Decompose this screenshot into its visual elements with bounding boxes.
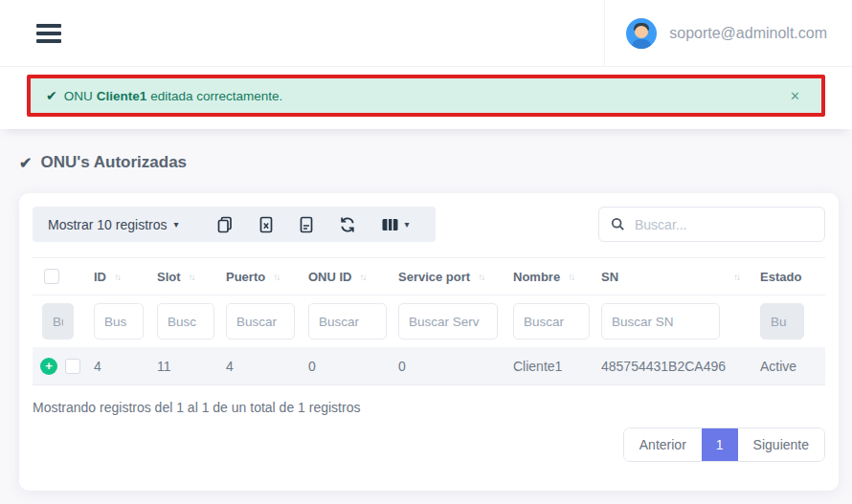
records-info: Mostrando registros del 1 al 1 de un tot… [33,400,825,415]
filter-service-port[interactable] [398,303,498,340]
header-nombre[interactable]: Nombre ↑↓ [513,270,601,284]
filter-slot[interactable] [157,303,214,340]
header-select [33,269,94,284]
alert-message-prefix: ONU [64,89,93,103]
pagination-next-button[interactable]: Siguiente [738,428,824,461]
table-toolbar: Mostrar 10 registros ▾ [33,207,825,242]
header-sn[interactable]: SN ↑↓ [601,270,760,284]
header-onu-id[interactable]: ONU ID ↑↓ [308,270,398,284]
table-footer: Mostrando registros del 1 al 1 de un tot… [33,400,825,462]
search-icon [611,216,625,232]
user-menu[interactable]: soporte@adminolt.com [604,0,827,67]
sort-icon: ↑↓ [478,272,483,282]
cell-nombre: Cliente1 [513,359,601,374]
filter-estado [760,303,804,340]
filter-nombre[interactable] [513,303,590,340]
pagination-page-1-button[interactable]: 1 [702,428,738,461]
search-input[interactable] [635,217,813,232]
alert-message: ONU Cliente1 editada correctamente. [64,89,283,103]
header-estado[interactable]: Estado [760,270,825,284]
sort-icon: ↑↓ [568,272,573,282]
sort-icon: ↑↓ [273,272,279,282]
cell-slot: 11 [157,359,226,374]
column-visibility-button[interactable]: ▾ [369,217,422,232]
row-checkbox[interactable] [65,359,80,374]
sort-icon: ↑↓ [189,272,194,282]
pagination-prev-button[interactable]: Anterior [624,428,702,461]
excel-export-icon [258,216,274,233]
cell-puerto: 4 [226,359,308,374]
header-id[interactable]: ID ↑↓ [94,270,157,284]
filter-sn[interactable] [601,303,720,340]
filter-puerto[interactable] [226,303,295,340]
menu-toggle-icon[interactable] [36,24,61,43]
refresh-button[interactable] [326,216,369,233]
sort-icon: ↑↓ [733,272,739,282]
alert-message-suffix: editada correctamente. [150,89,282,103]
expand-row-icon[interactable]: + [40,358,57,375]
table-filter-row [33,296,825,347]
cell-sn: 485754431B2CA496 [601,359,760,374]
onu-table-card: Mostrar 10 registros ▾ [19,193,839,491]
alert-message-client: Cliente1 [97,89,147,103]
check-icon: ✔ [46,88,57,103]
onu-table: ID ↑↓ Slot ↑↓ Puerto ↑↓ ONU ID ↑↓ Servic… [33,257,825,385]
cell-service-port: 0 [398,359,513,374]
header-service-port[interactable]: Service port ↑↓ [398,270,513,284]
check-icon: ✔ [19,154,32,172]
success-alert: ✔ ONU Cliente1 editada correctamente. ✕ [31,78,821,113]
chevron-down-icon: ▾ [405,219,410,230]
copy-button[interactable] [204,216,246,233]
page-length-label: Mostrar 10 registros [48,217,167,232]
user-email: soporte@adminolt.com [669,25,827,42]
user-avatar [626,18,657,49]
file-export-button[interactable] [286,216,326,233]
copy-icon [216,216,234,233]
excel-export-button[interactable] [246,216,286,233]
cell-onu-id: 0 [308,359,398,374]
chevron-down-icon: ▾ [173,219,178,230]
table-header-row: ID ↑↓ Slot ↑↓ Puerto ↑↓ ONU ID ↑↓ Servic… [33,257,825,296]
annotation-highlight-box: ✔ ONU Cliente1 editada correctamente. ✕ [27,75,825,117]
header-puerto[interactable]: Puerto ↑↓ [226,270,308,284]
refresh-icon [339,216,356,233]
select-all-checkbox[interactable] [44,269,59,284]
topbar: soporte@adminolt.com [0,0,852,67]
filter-id[interactable] [94,303,144,340]
page-title: ✔ ONU's Autorizadas [19,153,852,172]
close-icon[interactable]: ✕ [784,89,806,103]
sort-icon: ↑↓ [114,272,120,282]
alert-section: ✔ ONU Cliente1 editada correctamente. ✕ [0,67,852,129]
column-visibility-icon [381,217,399,232]
cell-id: 4 [94,359,157,374]
header-slot[interactable]: Slot ↑↓ [157,270,226,284]
page-title-label: ONU's Autorizadas [40,153,187,172]
pagination: Anterior 1 Siguiente [623,427,825,462]
page-length-dropdown[interactable]: Mostrar 10 registros ▾ [48,217,179,232]
filter-select [42,303,74,340]
datatable-buttons: Mostrar 10 registros ▾ [33,207,436,242]
search-container [598,207,825,242]
filter-onu-id[interactable] [308,303,387,340]
sort-icon: ↑↓ [360,272,366,282]
cell-estado: Active [760,359,825,374]
file-export-icon [299,216,314,233]
table-row: + 4 11 4 0 0 Cliente1 485754431B2CA496 A… [33,347,825,385]
